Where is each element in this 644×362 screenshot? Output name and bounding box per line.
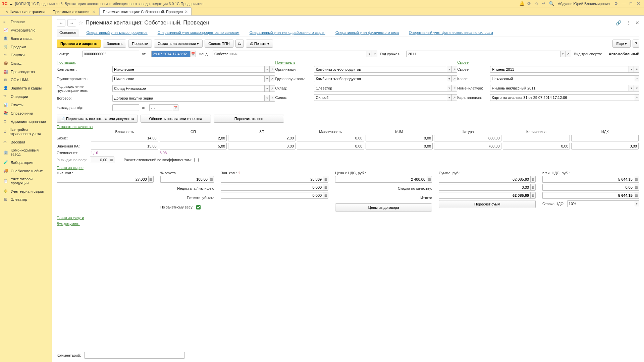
quality-input[interactable] bbox=[366, 143, 433, 149]
dropdown-icon[interactable]: ▾ bbox=[447, 85, 452, 92]
sidebar-item[interactable]: ≡Главное bbox=[0, 18, 52, 26]
subtab[interactable]: Оперативный учет физического веса bbox=[333, 29, 401, 37]
menu-icon[interactable]: ≡ bbox=[10, 1, 12, 6]
quality-input[interactable] bbox=[571, 135, 639, 141]
post-button[interactable]: Провести bbox=[128, 40, 152, 48]
card-input[interactable] bbox=[490, 94, 634, 101]
nomen-input[interactable] bbox=[490, 85, 629, 92]
contragent-input[interactable] bbox=[112, 66, 264, 73]
quality-input[interactable] bbox=[503, 135, 570, 141]
bynet-checkbox[interactable] bbox=[196, 205, 201, 209]
close-doc-icon[interactable]: ✕ bbox=[635, 20, 639, 25]
favorite-icon[interactable]: ☆ bbox=[78, 19, 84, 26]
dropdown-icon[interactable]: ▾ bbox=[634, 200, 639, 207]
dept-input[interactable] bbox=[112, 85, 264, 92]
open-icon[interactable]: ↗ bbox=[634, 75, 639, 82]
recalc-sums-button[interactable]: Пересчет сумм bbox=[439, 200, 536, 208]
save-button[interactable]: Записать bbox=[103, 40, 126, 48]
nat-input[interactable] bbox=[221, 192, 323, 199]
sidebar-item[interactable]: 🚚Снабжение и сбыт bbox=[0, 167, 52, 175]
dropdown-icon[interactable]: ▾ bbox=[264, 66, 270, 73]
date-input[interactable] bbox=[151, 51, 190, 57]
open-icon[interactable]: ↗ bbox=[372, 51, 377, 57]
comment-input[interactable] bbox=[84, 352, 185, 359]
open-icon[interactable]: ↗ bbox=[270, 75, 275, 82]
quality-input[interactable] bbox=[503, 143, 570, 149]
dropdown-icon[interactable]: ▾ bbox=[264, 85, 270, 92]
calc-icon[interactable]: ▦ bbox=[148, 176, 154, 183]
print-button[interactable]: 🖨 Печать ▾ bbox=[246, 40, 273, 48]
sidebar-item[interactable]: ⚙Настройки отраслевого учета bbox=[0, 126, 52, 138]
calc-icon[interactable]: ▦ bbox=[530, 176, 536, 183]
quality-input[interactable] bbox=[160, 143, 227, 149]
fund-input[interactable] bbox=[213, 51, 367, 57]
quality-input[interactable] bbox=[571, 143, 639, 149]
dropdown-icon[interactable]: ▾ bbox=[264, 95, 270, 102]
sidebar-item[interactable]: 🧪Лаборатория bbox=[0, 158, 52, 167]
calc-icon[interactable]: ▦ bbox=[634, 176, 639, 183]
dropdown-icon[interactable]: ▾ bbox=[367, 51, 372, 57]
open-icon[interactable]: ↗ bbox=[270, 95, 275, 102]
enter-icon[interactable]: ↵ bbox=[540, 1, 548, 6]
quality-input[interactable] bbox=[91, 143, 158, 149]
sidebar-item[interactable]: 📦Склад bbox=[0, 59, 52, 67]
dropdown-icon[interactable]: ▾ bbox=[447, 94, 452, 101]
pct-input[interactable] bbox=[160, 176, 209, 183]
quality-input[interactable] bbox=[297, 135, 364, 141]
sidebar-item[interactable]: 🛒Продажи bbox=[0, 43, 52, 51]
org-input[interactable] bbox=[314, 66, 446, 73]
payment-link[interactable]: Плата за сырье bbox=[57, 166, 84, 170]
link-icon[interactable]: 🔗 bbox=[615, 20, 621, 25]
settings-icon[interactable]: ⚙ bbox=[612, 1, 620, 6]
sidebar-item[interactable]: 🛍Покупки bbox=[0, 51, 52, 59]
help-button[interactable]: ? bbox=[633, 40, 639, 48]
quality-input[interactable] bbox=[228, 135, 296, 141]
services-link[interactable]: Плата за услуги bbox=[57, 216, 84, 220]
sidebar-item[interactable]: 📈Руководителю bbox=[0, 26, 52, 34]
prices-button[interactable]: Цены из договора bbox=[335, 203, 432, 212]
open-icon[interactable]: ↗ bbox=[270, 85, 275, 92]
update-quality-button[interactable]: Обновить показатели качества bbox=[141, 115, 211, 123]
create-based-button[interactable]: Создать на основании ▾ bbox=[154, 40, 203, 48]
close-icon[interactable]: ✕ bbox=[184, 9, 188, 14]
year-input[interactable] bbox=[406, 51, 560, 57]
waybill-input[interactable] bbox=[112, 104, 139, 111]
dropdown-icon[interactable]: ▾ bbox=[264, 75, 270, 82]
calc-icon[interactable]: ▦ bbox=[427, 176, 432, 183]
subtab[interactable]: Оперативный учет массопроцентов по силос… bbox=[155, 29, 242, 37]
sidebar-item[interactable]: 🌾Учет зерна и сырья bbox=[0, 187, 52, 195]
quality-input[interactable] bbox=[434, 135, 501, 141]
calc-icon[interactable]: ▦ bbox=[323, 176, 328, 183]
maximize-icon[interactable]: □ bbox=[627, 1, 635, 6]
calc-icon[interactable]: ▦ bbox=[634, 192, 639, 199]
tab[interactable]: Приемные квитанции: ✕ bbox=[49, 7, 99, 15]
coef-checkbox[interactable] bbox=[194, 158, 199, 162]
open-icon[interactable]: ↗ bbox=[634, 66, 639, 73]
recalc-weight-button[interactable]: Пересчитать вес bbox=[214, 115, 284, 123]
kebab-icon[interactable]: ⋮ bbox=[626, 20, 631, 25]
short-input[interactable] bbox=[221, 184, 323, 191]
calendar-icon[interactable]: 📅 bbox=[190, 51, 196, 57]
open-icon[interactable]: ↗ bbox=[452, 94, 457, 101]
accdoc-link[interactable]: Бух.документ bbox=[57, 222, 80, 226]
post-close-button[interactable]: Провести и закрыть bbox=[57, 40, 101, 48]
dropdown-icon[interactable]: ▾ bbox=[447, 75, 452, 82]
calc-icon[interactable]: ▦ bbox=[323, 184, 328, 191]
sidebar-item[interactable]: ⇄Операции bbox=[0, 92, 52, 101]
vat-input[interactable] bbox=[542, 176, 634, 183]
dropdown-icon[interactable]: ▾ bbox=[629, 66, 634, 73]
bell-icon[interactable]: 🔔 bbox=[518, 1, 526, 6]
subtab[interactable]: Основное bbox=[57, 29, 79, 37]
vat-total-input[interactable] bbox=[542, 192, 634, 199]
more-button[interactable]: Еще ▾ bbox=[612, 40, 630, 48]
warehouse-input[interactable] bbox=[314, 85, 446, 92]
sum-total-input[interactable] bbox=[439, 192, 530, 199]
calendar-icon[interactable]: 📅 bbox=[173, 104, 178, 111]
calc-icon[interactable]: ▦ bbox=[530, 192, 536, 199]
number-input[interactable] bbox=[82, 51, 139, 57]
dropdown-icon[interactable]: ▾ bbox=[447, 66, 452, 73]
sidebar-item[interactable]: 🏗Элеватор bbox=[0, 195, 52, 203]
ppn-list-button[interactable]: Список ППН bbox=[205, 40, 233, 48]
dropdown-icon[interactable]: ▾ bbox=[629, 85, 634, 92]
open-icon[interactable]: ↗ bbox=[452, 66, 457, 73]
